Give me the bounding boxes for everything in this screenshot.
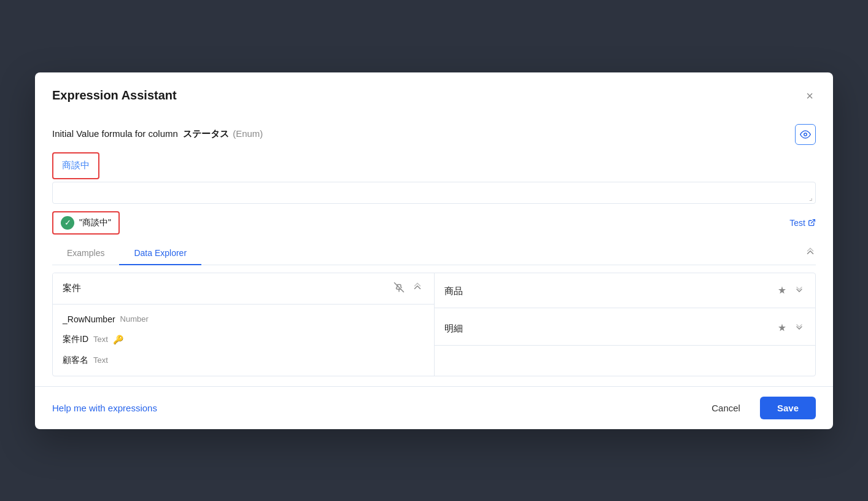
key-icon: 🔑 bbox=[113, 335, 123, 344]
pin-icon-meisai[interactable] bbox=[776, 322, 788, 336]
close-button[interactable]: × bbox=[804, 87, 816, 104]
modal-header: Expression Assistant × bbox=[35, 72, 833, 114]
left-panel: 案件 bbox=[53, 273, 434, 376]
right-panel-group-shohin: 商品 bbox=[435, 278, 815, 316]
formula-label-row: Initial Value formula for column ステータス (… bbox=[52, 124, 816, 145]
collapse-button[interactable] bbox=[805, 247, 816, 260]
modal-title: Expression Assistant bbox=[52, 88, 177, 103]
footer-actions: Cancel Save bbox=[699, 397, 816, 419]
success-icon: ✓ bbox=[61, 216, 74, 230]
svg-line-1 bbox=[811, 220, 815, 223]
right-panel: 商品 bbox=[434, 273, 815, 376]
modal-footer: Help me with expressions Cancel Save bbox=[35, 386, 833, 429]
cancel-button[interactable]: Cancel bbox=[699, 397, 753, 419]
right-panel-group-meisai: 明細 bbox=[435, 316, 815, 353]
expand-icon-shohin[interactable] bbox=[793, 284, 805, 299]
modal-body: Initial Value formula for column ステータス (… bbox=[35, 114, 833, 386]
preview-button[interactable] bbox=[795, 124, 816, 145]
help-expressions-link[interactable]: Help me with expressions bbox=[52, 403, 157, 413]
expression-input-container: 商談中 ⌟ bbox=[52, 152, 816, 204]
pin-icon-shohin[interactable] bbox=[776, 284, 788, 299]
data-explorer: 案件 bbox=[52, 273, 816, 376]
left-panel-title: 案件 bbox=[63, 282, 81, 294]
item-actions bbox=[776, 284, 805, 299]
tab-data-explorer[interactable]: Data Explorer bbox=[119, 242, 201, 265]
expression-input[interactable]: 商談中 bbox=[52, 152, 99, 179]
right-panel-item[interactable]: 商品 bbox=[435, 278, 815, 305]
divider bbox=[435, 345, 815, 346]
result-left: ✓ "商談中" bbox=[52, 211, 120, 235]
formula-label: Initial Value formula for column ステータス (… bbox=[52, 128, 263, 140]
expression-assistant-modal: Expression Assistant × Initial Value for… bbox=[35, 72, 833, 429]
tab-examples[interactable]: Examples bbox=[52, 242, 119, 265]
left-panel-actions bbox=[392, 281, 424, 297]
test-link[interactable]: Test bbox=[789, 218, 816, 228]
item-actions bbox=[776, 322, 805, 336]
result-row: ✓ "商談中" Test bbox=[52, 211, 816, 235]
field-row[interactable]: 案件ID Text 🔑 bbox=[53, 329, 434, 350]
field-row[interactable]: _RowNumber Number bbox=[53, 309, 434, 329]
field-row[interactable]: 顧客名 Text bbox=[53, 350, 434, 371]
right-panel-item[interactable]: 明細 bbox=[435, 316, 815, 343]
right-panel-content: 商品 bbox=[435, 273, 815, 376]
resize-handle: ⌟ bbox=[809, 193, 813, 202]
save-button[interactable]: Save bbox=[760, 397, 816, 419]
unpin-button[interactable] bbox=[392, 281, 406, 297]
tabs-row: Examples Data Explorer bbox=[52, 242, 816, 265]
svg-point-0 bbox=[804, 133, 807, 136]
left-panel-header: 案件 bbox=[53, 273, 434, 305]
expand-icon-meisai[interactable] bbox=[793, 322, 805, 336]
divider bbox=[435, 308, 815, 308]
left-panel-content: _RowNumber Number 案件ID Text 🔑 顧客名 Text bbox=[53, 305, 434, 376]
collapse-panel-button[interactable] bbox=[411, 281, 424, 297]
result-value: "商談中" bbox=[79, 217, 111, 228]
result-badge: ✓ "商談中" bbox=[52, 211, 120, 235]
editor-area[interactable]: ⌟ bbox=[52, 182, 816, 204]
